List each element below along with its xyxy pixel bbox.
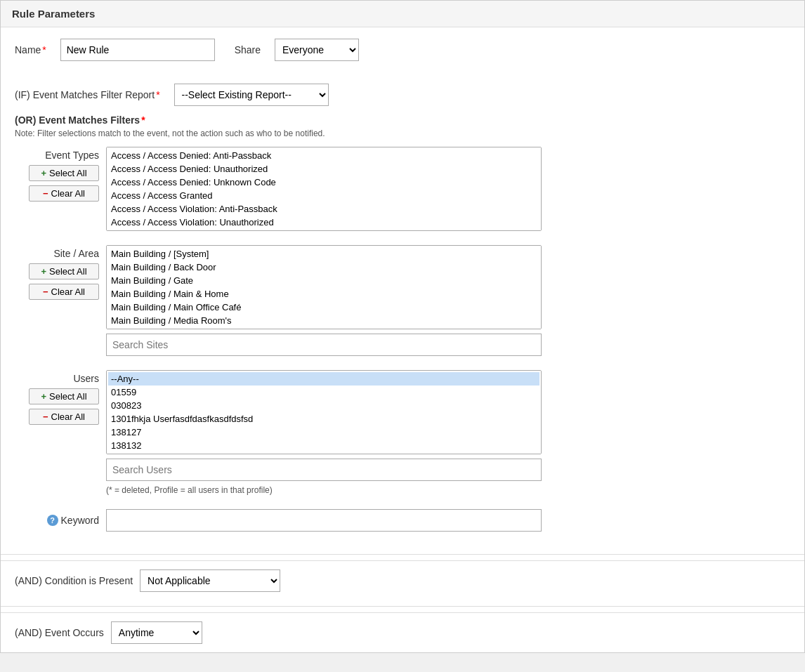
- site-area-select-all-button[interactable]: + Select All: [29, 263, 99, 279]
- name-input[interactable]: [60, 39, 215, 61]
- condition-row: (AND) Condition is Present Not Applicabl…: [1, 560, 804, 600]
- keyword-input[interactable]: [106, 509, 542, 532]
- event-types-listbox[interactable]: Access / Access Denied: Anti-Passback Ac…: [106, 147, 542, 231]
- or-filter-note: Note: Filter selections match to the eve…: [15, 129, 790, 138]
- if-filter-label: (IF) Event Matches Filter Report*: [15, 89, 160, 100]
- event-types-select-all-button[interactable]: + Select All: [29, 165, 99, 181]
- event-occurs-row: (AND) Event Occurs Anytime Weekdays Week…: [1, 612, 804, 652]
- search-users-input[interactable]: [106, 459, 542, 481]
- report-select[interactable]: --Select Existing Report--: [174, 84, 329, 106]
- event-types-label: Event Types: [45, 150, 99, 161]
- users-clear-all-button[interactable]: − Clear All: [29, 409, 99, 425]
- users-select-all-button[interactable]: + Select All: [29, 388, 99, 404]
- search-sites-input[interactable]: [106, 334, 542, 356]
- site-area-clear-all-button[interactable]: − Clear All: [29, 284, 99, 300]
- keyword-label: Keyword: [61, 515, 99, 526]
- condition-select[interactable]: Not Applicable Armed Disarmed: [140, 569, 280, 592]
- rule-parameters-header: Rule Parameters: [1, 1, 804, 27]
- users-note: (* = deleted, Profile = all users in tha…: [106, 485, 790, 495]
- or-filter-title: (OR) Event Matches Filters*: [15, 114, 790, 126]
- share-select[interactable]: Everyone Private Shared: [275, 39, 359, 61]
- users-listbox[interactable]: --Any-- 01559 030823 1301fhkja Userfasdf…: [106, 370, 542, 454]
- event-occurs-select[interactable]: Anytime Weekdays Weekends Custom: [111, 621, 202, 644]
- name-label: Name*: [15, 44, 46, 55]
- site-area-label: Site / Area: [53, 248, 99, 259]
- condition-label: (AND) Condition is Present: [15, 575, 133, 586]
- event-types-clear-all-button[interactable]: − Clear All: [29, 185, 99, 202]
- keyword-help-icon[interactable]: ?: [47, 515, 58, 526]
- event-occurs-label: (AND) Event Occurs: [15, 627, 104, 638]
- site-area-listbox[interactable]: Main Building / [System] Main Building /…: [106, 245, 542, 329]
- share-label: Share: [235, 44, 261, 55]
- users-label: Users: [73, 373, 99, 384]
